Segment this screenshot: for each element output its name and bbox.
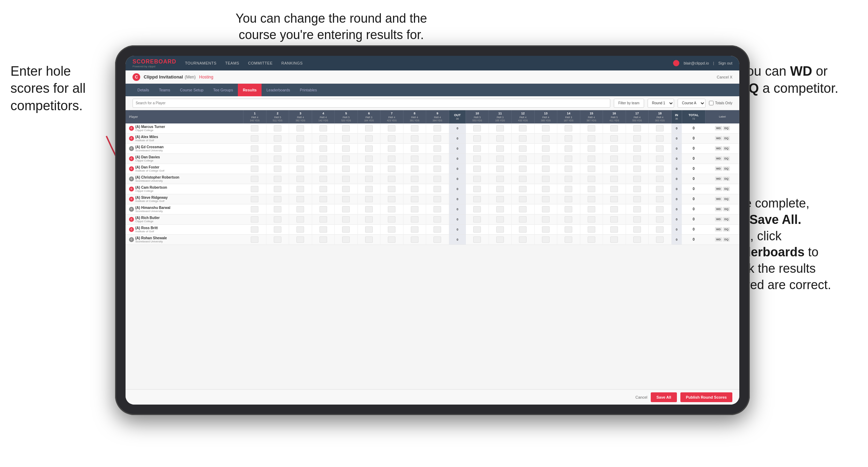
hole-7-input[interactable] — [388, 156, 395, 162]
hole-4-input[interactable] — [319, 135, 327, 142]
wd-button[interactable]: WD — [715, 217, 722, 221]
hole-9-input[interactable] — [433, 186, 441, 192]
hole-1-input[interactable] — [251, 206, 258, 212]
hole-18-input[interactable] — [656, 135, 664, 142]
hole-3-input[interactable] — [296, 176, 304, 182]
hole-6-input[interactable] — [365, 176, 373, 182]
hole-4-input[interactable] — [319, 216, 327, 223]
hole-1-input[interactable] — [251, 125, 258, 131]
hole-7-input[interactable] — [388, 236, 395, 243]
hole-2-input[interactable] — [274, 145, 281, 152]
hole-5-input[interactable] — [342, 176, 350, 182]
publish-round-button[interactable]: Publish Round Scores — [680, 392, 732, 402]
hole-5-input[interactable] — [342, 125, 350, 131]
dq-button[interactable]: DQ — [723, 237, 730, 242]
totals-only-toggle[interactable]: Totals Only — [709, 101, 732, 105]
hole-8-input[interactable] — [411, 186, 418, 192]
hole-15-input[interactable] — [588, 125, 595, 131]
hole-4-input[interactable] — [319, 156, 327, 162]
hole-6-input[interactable] — [365, 206, 373, 212]
hole-10-input[interactable] — [473, 226, 481, 233]
nav-rankings[interactable]: RANKINGS — [281, 61, 303, 65]
hole-5-input[interactable] — [342, 166, 350, 172]
hole-18-input[interactable] — [656, 236, 664, 243]
hole-1-input[interactable] — [251, 145, 258, 152]
dq-button[interactable]: DQ — [723, 176, 730, 181]
hole-4-input[interactable] — [319, 226, 327, 233]
hole-18-input[interactable] — [656, 176, 664, 182]
hole-17-input[interactable] — [633, 236, 641, 243]
hole-10-input[interactable] — [473, 206, 481, 212]
hole-6-input[interactable] — [365, 226, 373, 233]
hole-11-input[interactable] — [496, 226, 504, 233]
hole-10-input[interactable] — [473, 135, 481, 142]
hole-5-input[interactable] — [342, 135, 350, 142]
wd-button[interactable]: WD — [715, 187, 722, 191]
hole-7-input[interactable] — [388, 176, 395, 182]
hole-8-input[interactable] — [411, 216, 418, 223]
hole-2-input[interactable] — [274, 206, 281, 212]
hole-6-input[interactable] — [365, 196, 373, 202]
hole-7-input[interactable] — [388, 135, 395, 142]
hole-8-input[interactable] — [411, 176, 418, 182]
dq-button[interactable]: DQ — [723, 126, 730, 130]
hole-1-input[interactable] — [251, 166, 258, 172]
hole-13-input[interactable] — [542, 176, 550, 182]
hole-1-input[interactable] — [251, 156, 258, 162]
hole-16-input[interactable] — [610, 226, 618, 233]
hole-4-input[interactable] — [319, 186, 327, 192]
dq-button[interactable]: DQ — [723, 217, 730, 221]
hole-15-input[interactable] — [588, 186, 595, 192]
cancel-top[interactable]: Cancel X — [717, 75, 732, 79]
hole-2-input[interactable] — [274, 156, 281, 162]
hole-11-input[interactable] — [496, 196, 504, 202]
hole-12-input[interactable] — [519, 186, 527, 192]
save-all-button[interactable]: Save All — [651, 392, 677, 402]
hole-6-input[interactable] — [365, 186, 373, 192]
hole-6-input[interactable] — [365, 156, 373, 162]
hole-16-input[interactable] — [610, 176, 618, 182]
search-input[interactable] — [133, 99, 610, 108]
hole-14-input[interactable] — [565, 135, 572, 142]
hole-9-input[interactable] — [433, 216, 441, 223]
hole-11-input[interactable] — [496, 216, 504, 223]
hole-7-input[interactable] — [388, 206, 395, 212]
hole-4-input[interactable] — [319, 125, 327, 131]
hole-5-input[interactable] — [342, 156, 350, 162]
hole-18-input[interactable] — [656, 125, 664, 131]
hole-9-input[interactable] — [433, 156, 441, 162]
hole-6-input[interactable] — [365, 145, 373, 152]
hole-18-input[interactable] — [656, 156, 664, 162]
hole-3-input[interactable] — [296, 156, 304, 162]
tab-teams[interactable]: Teams — [154, 84, 175, 96]
hole-16-input[interactable] — [610, 156, 618, 162]
hole-8-input[interactable] — [411, 236, 418, 243]
hole-11-input[interactable] — [496, 156, 504, 162]
hole-8-input[interactable] — [411, 196, 418, 202]
wd-button[interactable]: WD — [715, 126, 722, 130]
hole-9-input[interactable] — [433, 236, 441, 243]
wd-button[interactable]: WD — [715, 227, 722, 232]
wd-button[interactable]: WD — [715, 176, 722, 181]
hole-18-input[interactable] — [656, 226, 664, 233]
course-select[interactable]: Course A — [678, 99, 705, 108]
hole-8-input[interactable] — [411, 206, 418, 212]
hole-17-input[interactable] — [633, 206, 641, 212]
hole-10-input[interactable] — [473, 166, 481, 172]
hole-5-input[interactable] — [342, 206, 350, 212]
hole-2-input[interactable] — [274, 186, 281, 192]
hole-3-input[interactable] — [296, 166, 304, 172]
hole-14-input[interactable] — [565, 226, 572, 233]
hole-13-input[interactable] — [542, 236, 550, 243]
hole-15-input[interactable] — [588, 135, 595, 142]
hole-10-input[interactable] — [473, 156, 481, 162]
wd-button[interactable]: WD — [715, 197, 722, 201]
round-select[interactable]: Round 1 — [648, 99, 674, 108]
hole-16-input[interactable] — [610, 216, 618, 223]
hole-2-input[interactable] — [274, 125, 281, 131]
hole-14-input[interactable] — [565, 176, 572, 182]
hole-13-input[interactable] — [542, 166, 550, 172]
hole-1-input[interactable] — [251, 236, 258, 243]
tab-leaderboards[interactable]: Leaderboards — [262, 84, 295, 96]
hole-17-input[interactable] — [633, 145, 641, 152]
